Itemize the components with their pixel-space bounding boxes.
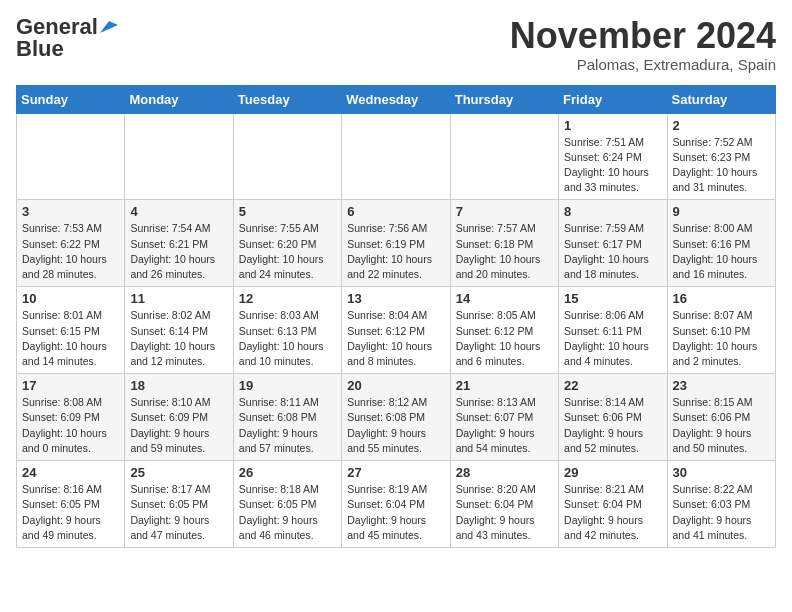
calendar-cell: 10Sunrise: 8:01 AMSunset: 6:15 PMDayligh… bbox=[17, 287, 125, 374]
day-header-friday: Friday bbox=[559, 85, 667, 113]
logo-bird-icon bbox=[100, 21, 118, 33]
day-number: 6 bbox=[347, 204, 444, 219]
calendar-cell: 16Sunrise: 8:07 AMSunset: 6:10 PMDayligh… bbox=[667, 287, 775, 374]
day-info: Sunrise: 8:01 AMSunset: 6:15 PMDaylight:… bbox=[22, 308, 119, 369]
day-info: Sunrise: 8:13 AMSunset: 6:07 PMDaylight:… bbox=[456, 395, 553, 456]
day-number: 19 bbox=[239, 378, 336, 393]
day-number: 14 bbox=[456, 291, 553, 306]
calendar-cell: 9Sunrise: 8:00 AMSunset: 6:16 PMDaylight… bbox=[667, 200, 775, 287]
calendar-cell: 5Sunrise: 7:55 AMSunset: 6:20 PMDaylight… bbox=[233, 200, 341, 287]
day-number: 7 bbox=[456, 204, 553, 219]
calendar-cell: 18Sunrise: 8:10 AMSunset: 6:09 PMDayligh… bbox=[125, 374, 233, 461]
day-number: 25 bbox=[130, 465, 227, 480]
calendar-cell: 20Sunrise: 8:12 AMSunset: 6:08 PMDayligh… bbox=[342, 374, 450, 461]
day-info: Sunrise: 8:04 AMSunset: 6:12 PMDaylight:… bbox=[347, 308, 444, 369]
day-info: Sunrise: 8:19 AMSunset: 6:04 PMDaylight:… bbox=[347, 482, 444, 543]
calendar-cell: 6Sunrise: 7:56 AMSunset: 6:19 PMDaylight… bbox=[342, 200, 450, 287]
day-info: Sunrise: 7:53 AMSunset: 6:22 PMDaylight:… bbox=[22, 221, 119, 282]
calendar-cell: 11Sunrise: 8:02 AMSunset: 6:14 PMDayligh… bbox=[125, 287, 233, 374]
calendar-cell bbox=[125, 113, 233, 200]
calendar-cell: 28Sunrise: 8:20 AMSunset: 6:04 PMDayligh… bbox=[450, 461, 558, 548]
day-info: Sunrise: 8:22 AMSunset: 6:03 PMDaylight:… bbox=[673, 482, 770, 543]
day-header-thursday: Thursday bbox=[450, 85, 558, 113]
day-info: Sunrise: 8:18 AMSunset: 6:05 PMDaylight:… bbox=[239, 482, 336, 543]
calendar-cell: 1Sunrise: 7:51 AMSunset: 6:24 PMDaylight… bbox=[559, 113, 667, 200]
day-info: Sunrise: 8:08 AMSunset: 6:09 PMDaylight:… bbox=[22, 395, 119, 456]
day-info: Sunrise: 8:05 AMSunset: 6:12 PMDaylight:… bbox=[456, 308, 553, 369]
calendar-cell: 12Sunrise: 8:03 AMSunset: 6:13 PMDayligh… bbox=[233, 287, 341, 374]
calendar-cell: 24Sunrise: 8:16 AMSunset: 6:05 PMDayligh… bbox=[17, 461, 125, 548]
day-info: Sunrise: 8:21 AMSunset: 6:04 PMDaylight:… bbox=[564, 482, 661, 543]
day-header-saturday: Saturday bbox=[667, 85, 775, 113]
calendar-cell: 30Sunrise: 8:22 AMSunset: 6:03 PMDayligh… bbox=[667, 461, 775, 548]
calendar-cell: 29Sunrise: 8:21 AMSunset: 6:04 PMDayligh… bbox=[559, 461, 667, 548]
location: Palomas, Extremadura, Spain bbox=[510, 56, 776, 73]
day-number: 2 bbox=[673, 118, 770, 133]
day-number: 27 bbox=[347, 465, 444, 480]
calendar-cell: 27Sunrise: 8:19 AMSunset: 6:04 PMDayligh… bbox=[342, 461, 450, 548]
day-header-tuesday: Tuesday bbox=[233, 85, 341, 113]
calendar-cell: 25Sunrise: 8:17 AMSunset: 6:05 PMDayligh… bbox=[125, 461, 233, 548]
calendar-cell: 3Sunrise: 7:53 AMSunset: 6:22 PMDaylight… bbox=[17, 200, 125, 287]
logo-general: General bbox=[16, 16, 98, 38]
calendar-cell: 15Sunrise: 8:06 AMSunset: 6:11 PMDayligh… bbox=[559, 287, 667, 374]
calendar-cell: 4Sunrise: 7:54 AMSunset: 6:21 PMDaylight… bbox=[125, 200, 233, 287]
day-info: Sunrise: 7:59 AMSunset: 6:17 PMDaylight:… bbox=[564, 221, 661, 282]
day-info: Sunrise: 7:54 AMSunset: 6:21 PMDaylight:… bbox=[130, 221, 227, 282]
day-header-wednesday: Wednesday bbox=[342, 85, 450, 113]
day-info: Sunrise: 8:10 AMSunset: 6:09 PMDaylight:… bbox=[130, 395, 227, 456]
day-header-sunday: Sunday bbox=[17, 85, 125, 113]
day-number: 9 bbox=[673, 204, 770, 219]
calendar-cell bbox=[342, 113, 450, 200]
month-title: November 2024 bbox=[510, 16, 776, 56]
day-info: Sunrise: 7:51 AMSunset: 6:24 PMDaylight:… bbox=[564, 135, 661, 196]
calendar-cell: 14Sunrise: 8:05 AMSunset: 6:12 PMDayligh… bbox=[450, 287, 558, 374]
calendar-cell: 17Sunrise: 8:08 AMSunset: 6:09 PMDayligh… bbox=[17, 374, 125, 461]
calendar-cell: 13Sunrise: 8:04 AMSunset: 6:12 PMDayligh… bbox=[342, 287, 450, 374]
day-info: Sunrise: 8:20 AMSunset: 6:04 PMDaylight:… bbox=[456, 482, 553, 543]
day-number: 23 bbox=[673, 378, 770, 393]
day-number: 26 bbox=[239, 465, 336, 480]
day-number: 4 bbox=[130, 204, 227, 219]
title-area: November 2024 Palomas, Extremadura, Spai… bbox=[510, 16, 776, 73]
day-number: 10 bbox=[22, 291, 119, 306]
svg-marker-0 bbox=[100, 21, 118, 33]
day-info: Sunrise: 8:15 AMSunset: 6:06 PMDaylight:… bbox=[673, 395, 770, 456]
day-number: 28 bbox=[456, 465, 553, 480]
calendar-cell: 8Sunrise: 7:59 AMSunset: 6:17 PMDaylight… bbox=[559, 200, 667, 287]
day-number: 29 bbox=[564, 465, 661, 480]
day-number: 8 bbox=[564, 204, 661, 219]
day-info: Sunrise: 8:17 AMSunset: 6:05 PMDaylight:… bbox=[130, 482, 227, 543]
calendar-cell bbox=[233, 113, 341, 200]
calendar-cell: 21Sunrise: 8:13 AMSunset: 6:07 PMDayligh… bbox=[450, 374, 558, 461]
calendar-cell: 2Sunrise: 7:52 AMSunset: 6:23 PMDaylight… bbox=[667, 113, 775, 200]
calendar-cell: 19Sunrise: 8:11 AMSunset: 6:08 PMDayligh… bbox=[233, 374, 341, 461]
day-number: 3 bbox=[22, 204, 119, 219]
day-header-monday: Monday bbox=[125, 85, 233, 113]
day-number: 12 bbox=[239, 291, 336, 306]
day-number: 22 bbox=[564, 378, 661, 393]
header: General Blue November 2024 Palomas, Extr… bbox=[16, 16, 776, 73]
calendar-week-3: 17Sunrise: 8:08 AMSunset: 6:09 PMDayligh… bbox=[17, 374, 776, 461]
day-info: Sunrise: 8:00 AMSunset: 6:16 PMDaylight:… bbox=[673, 221, 770, 282]
calendar-week-2: 10Sunrise: 8:01 AMSunset: 6:15 PMDayligh… bbox=[17, 287, 776, 374]
calendar-header-row: SundayMondayTuesdayWednesdayThursdayFrid… bbox=[17, 85, 776, 113]
day-number: 5 bbox=[239, 204, 336, 219]
day-info: Sunrise: 7:52 AMSunset: 6:23 PMDaylight:… bbox=[673, 135, 770, 196]
day-info: Sunrise: 8:14 AMSunset: 6:06 PMDaylight:… bbox=[564, 395, 661, 456]
day-number: 15 bbox=[564, 291, 661, 306]
day-number: 24 bbox=[22, 465, 119, 480]
day-number: 13 bbox=[347, 291, 444, 306]
day-number: 21 bbox=[456, 378, 553, 393]
calendar-cell: 22Sunrise: 8:14 AMSunset: 6:06 PMDayligh… bbox=[559, 374, 667, 461]
calendar-week-4: 24Sunrise: 8:16 AMSunset: 6:05 PMDayligh… bbox=[17, 461, 776, 548]
calendar-cell bbox=[450, 113, 558, 200]
day-info: Sunrise: 8:07 AMSunset: 6:10 PMDaylight:… bbox=[673, 308, 770, 369]
day-number: 20 bbox=[347, 378, 444, 393]
day-number: 11 bbox=[130, 291, 227, 306]
day-number: 16 bbox=[673, 291, 770, 306]
day-info: Sunrise: 8:11 AMSunset: 6:08 PMDaylight:… bbox=[239, 395, 336, 456]
day-info: Sunrise: 8:02 AMSunset: 6:14 PMDaylight:… bbox=[130, 308, 227, 369]
calendar-cell: 23Sunrise: 8:15 AMSunset: 6:06 PMDayligh… bbox=[667, 374, 775, 461]
day-number: 1 bbox=[564, 118, 661, 133]
